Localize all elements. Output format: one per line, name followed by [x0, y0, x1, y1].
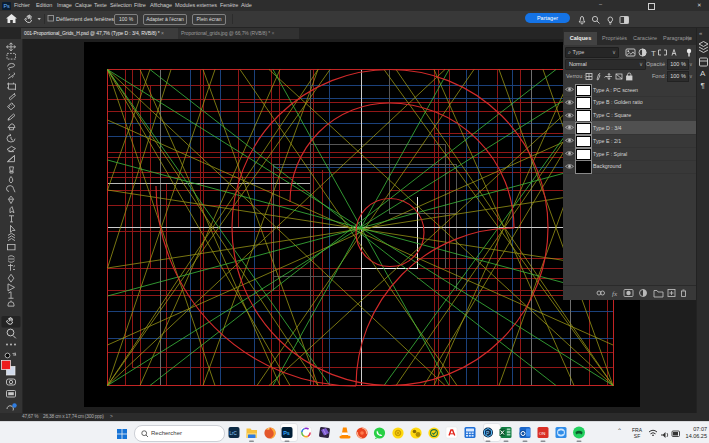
svg-text:A: A	[700, 69, 706, 78]
svg-text:¶: ¶	[701, 81, 705, 90]
svg-text:LrC: LrC	[230, 431, 238, 436]
svg-text:ON: ON	[539, 431, 545, 436]
svg-text:Ps: Ps	[283, 430, 290, 436]
svg-text:T: T	[651, 49, 656, 58]
svg-text:fx: fx	[612, 290, 618, 298]
